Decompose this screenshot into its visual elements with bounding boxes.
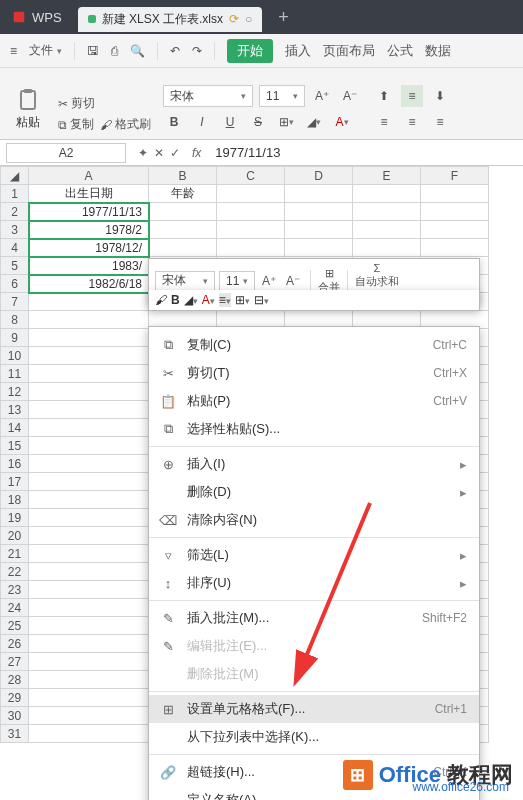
menu-copy[interactable]: ⧉复制(C)Ctrl+C [149, 331, 479, 359]
row-header[interactable]: 23 [1, 581, 29, 599]
row-header[interactable]: 25 [1, 617, 29, 635]
menu-insert-comment[interactable]: ✎插入批注(M)...Shift+F2 [149, 604, 479, 632]
border-icon[interactable]: ⊞▾ [235, 293, 250, 307]
save-icon[interactable]: 🖫 [87, 44, 99, 58]
tab-insert[interactable]: 插入 [285, 42, 311, 60]
name-box[interactable]: A2 [6, 143, 126, 163]
tab-formula[interactable]: 公式 [387, 42, 413, 60]
row-header[interactable]: 17 [1, 473, 29, 491]
underline-button[interactable]: U [219, 111, 241, 133]
row-header[interactable]: 28 [1, 671, 29, 689]
cell[interactable]: 1983/ [29, 257, 149, 275]
align-icon[interactable]: ≡▾ [219, 293, 231, 307]
shrink-font-icon[interactable]: A⁻ [339, 85, 361, 107]
menu-pick-from-dropdown[interactable]: 从下拉列表中选择(K)... [149, 723, 479, 751]
cell[interactable]: 1978/2 [29, 221, 149, 239]
border-button[interactable]: ⊞▾ [275, 111, 297, 133]
document-tab[interactable]: 新建 XLSX 工作表.xlsx ⟳ ○ [78, 7, 263, 32]
column-header[interactable]: B [149, 167, 217, 185]
column-header[interactable]: A [29, 167, 149, 185]
row-header[interactable]: 7 [1, 293, 29, 311]
font-family-select[interactable]: 宋体▾ [163, 85, 253, 107]
strike-button[interactable]: S [247, 111, 269, 133]
row-header[interactable]: 30 [1, 707, 29, 725]
grow-font-icon[interactable]: A⁺ [311, 85, 333, 107]
grow-font-icon[interactable]: A⁺ [259, 271, 279, 291]
fill-color-icon[interactable]: ◢▾ [184, 293, 198, 307]
cancel-icon[interactable]: ✕ [154, 146, 164, 160]
new-tab-button[interactable]: + [278, 7, 289, 28]
preview-icon[interactable]: 🔍 [130, 44, 145, 58]
menu-paste-special[interactable]: ⧉选择性粘贴(S)... [149, 415, 479, 443]
column-header[interactable]: D [285, 167, 353, 185]
shrink-font-icon[interactable]: A⁻ [283, 271, 303, 291]
align-bottom-icon[interactable]: ⬇ [429, 85, 451, 107]
cell[interactable]: 出生日期 [29, 185, 149, 203]
italic-button[interactable]: I [191, 111, 213, 133]
paste-button[interactable]: 粘贴 [10, 86, 46, 133]
fill-color-button[interactable]: ◢▾ [303, 111, 325, 133]
number-format-icon[interactable]: ⊟▾ [254, 293, 269, 307]
menu-clear[interactable]: ⌫清除内容(N) [149, 506, 479, 534]
row-header[interactable]: 24 [1, 599, 29, 617]
row-header[interactable]: 15 [1, 437, 29, 455]
tab-close-icon[interactable]: ○ [245, 12, 252, 26]
menu-format-cells[interactable]: ⊞设置单元格格式(F)...Ctrl+1 [149, 695, 479, 723]
row-header[interactable]: 3 [1, 221, 29, 239]
select-all-corner[interactable]: ◢ [1, 167, 29, 185]
tab-data[interactable]: 数据 [425, 42, 451, 60]
hamburger-icon[interactable]: ≡ [10, 44, 17, 58]
row-header[interactable]: 9 [1, 329, 29, 347]
menu-filter[interactable]: ▿筛选(L)▸ [149, 541, 479, 569]
cell[interactable]: 1977/11/13 [29, 203, 149, 221]
copy-button[interactable]: ⧉复制 [58, 116, 94, 133]
column-header[interactable]: C [217, 167, 285, 185]
undo-icon[interactable]: ↶ [170, 44, 180, 58]
menu-insert[interactable]: ⊕插入(I)▸ [149, 450, 479, 478]
print-icon[interactable]: ⎙ [111, 44, 118, 58]
row-header[interactable]: 14 [1, 419, 29, 437]
font-size-select[interactable]: 11▾ [259, 85, 305, 107]
cut-button[interactable]: ✂剪切 [58, 95, 95, 112]
row-header[interactable]: 27 [1, 653, 29, 671]
row-header[interactable]: 21 [1, 545, 29, 563]
row-header[interactable]: 31 [1, 725, 29, 743]
cell[interactable]: 年龄 [149, 185, 217, 203]
row-header[interactable]: 13 [1, 401, 29, 419]
bold-button[interactable]: B [163, 111, 185, 133]
row-header[interactable]: 8 [1, 311, 29, 329]
format-painter-button[interactable]: 🖌格式刷 [100, 116, 151, 133]
cell[interactable]: 1978/12/ [29, 239, 149, 257]
row-header[interactable]: 2 [1, 203, 29, 221]
font-color-button[interactable]: A▾ [331, 111, 353, 133]
redo-icon[interactable]: ↷ [192, 44, 202, 58]
column-header[interactable]: E [353, 167, 421, 185]
font-color-icon[interactable]: A▾ [202, 293, 215, 307]
row-header[interactable]: 29 [1, 689, 29, 707]
row-header[interactable]: 12 [1, 383, 29, 401]
wps-logo[interactable]: WPS [0, 10, 74, 25]
menu-sort[interactable]: ↕排序(U)▸ [149, 569, 479, 597]
row-header[interactable]: 18 [1, 491, 29, 509]
align-right-icon[interactable]: ≡ [429, 111, 451, 133]
align-left-icon[interactable]: ≡ [373, 111, 395, 133]
mini-size-select[interactable]: 11▾ [219, 271, 255, 291]
mini-font-select[interactable]: 宋体▾ [155, 271, 215, 291]
row-header[interactable]: 6 [1, 275, 29, 293]
formula-bar-input[interactable]: 1977/11/13 [207, 145, 288, 160]
assist-icon[interactable]: ✦ [138, 146, 148, 160]
row-header[interactable]: 22 [1, 563, 29, 581]
row-header[interactable]: 5 [1, 257, 29, 275]
align-top-icon[interactable]: ⬆ [373, 85, 395, 107]
file-menu[interactable]: 文件▾ [29, 42, 62, 59]
row-header[interactable]: 10 [1, 347, 29, 365]
confirm-icon[interactable]: ✓ [170, 146, 180, 160]
row-header[interactable]: 4 [1, 239, 29, 257]
format-painter-icon[interactable]: 🖌 [155, 293, 167, 307]
align-middle-icon[interactable]: ≡ [401, 85, 423, 107]
row-header[interactable]: 20 [1, 527, 29, 545]
row-header[interactable]: 19 [1, 509, 29, 527]
tab-start[interactable]: 开始 [227, 39, 273, 63]
row-header[interactable]: 26 [1, 635, 29, 653]
bold-icon[interactable]: B [171, 293, 180, 307]
